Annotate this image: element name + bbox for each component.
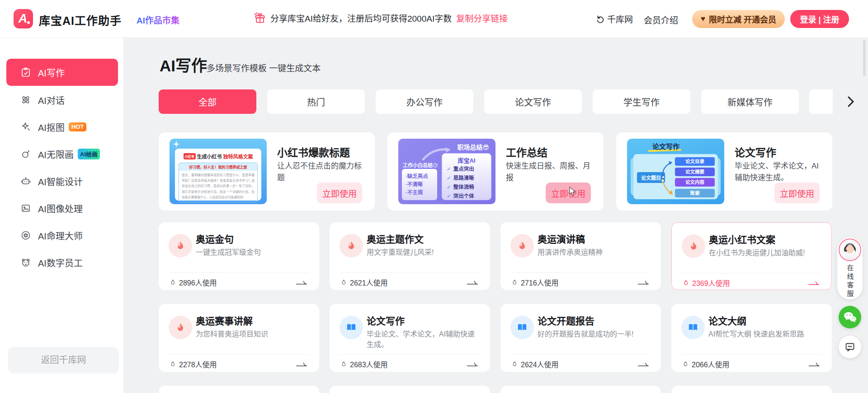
open-membership-button[interactable]: ♥ 限时立减 开通会员 (692, 10, 785, 28)
sidebar-label: AI抠图 (38, 121, 65, 134)
promo-text: 分享库宝AI给好友，注册后均可获得2000AI字数 (270, 12, 452, 24)
card-title: 奥运赛事讲解 (196, 313, 253, 327)
usage-count: 2624人使用 (521, 359, 559, 370)
atom-icon (20, 94, 31, 105)
template-card-thesis-proposal[interactable]: 论文开题报告 好的开题报告就是成功的一半! 2624人使用 (500, 304, 661, 372)
divider (170, 272, 308, 273)
template-card-olympic-speech[interactable]: 奥运演讲稿 用演讲传承奥运精神 2716人使用 (500, 222, 661, 290)
usage-count: 2683人使用 (350, 359, 388, 370)
thesis-node: 论文内容 (675, 178, 715, 187)
right-item: 重点突出 (453, 166, 474, 172)
featured-desc: 让人忍不住点击的魔力标题 (277, 160, 368, 184)
sidebar: AI写作 AI对话 AI抠图 HOT AI无限画 AI绘画 (0, 38, 124, 393)
paint-icon (20, 149, 31, 159)
orange-curve-arrow-icon (660, 179, 673, 197)
sidebar-item-ai-chat[interactable]: AI对话 (6, 86, 118, 113)
flame-icon (169, 234, 192, 257)
copy-share-link[interactable]: 复制分享链接 (456, 12, 508, 24)
template-card-olympic-essay[interactable]: 奥运主题作文 用文字重现健儿风采! 2621人使用 (330, 222, 490, 290)
tab-student[interactable]: 学生写作 (593, 89, 690, 114)
thumb-left-box: ·缺乏亮点 ·不清晰 ·不主观 (402, 169, 437, 200)
sidebar-item-ai-writing[interactable]: AI写作 (6, 59, 118, 86)
market-link[interactable]: AI作品市集 (137, 14, 179, 26)
sidebar-item-ai-image-processing[interactable]: AI图像处理 (6, 195, 118, 222)
usage-flame-icon (682, 361, 689, 368)
usage-flame-icon (340, 361, 347, 368)
thesis-node: 致谢 (675, 189, 715, 197)
use-now-label: 立即使用 (551, 187, 585, 199)
arrow-icon (808, 361, 821, 367)
tab-office[interactable]: 办公写作 (376, 89, 473, 114)
login-register-button[interactable]: 登录 | 注册 (790, 10, 849, 28)
page-subtitle: 多场景写作模板 一键生成文本 (207, 61, 321, 74)
featured-card-work-summary[interactable]: 职场总结😎 工作小白总结😥 ·缺乏亮点 ·不清晰 ·不主观 库宝AI ✓重点突出… (387, 132, 604, 211)
usage-flame-icon (511, 279, 518, 286)
left-item: ·缺乏亮点 (406, 172, 434, 180)
card-desc: 为您科普奥运项目知识 (196, 329, 310, 339)
online-service-label: 在线客服 (845, 264, 855, 299)
divider (340, 354, 479, 355)
nav-qianku-site[interactable]: 千库网 (596, 13, 633, 25)
sidebar-item-ai-digital-employee[interactable]: AI数字员工 (6, 249, 118, 276)
template-card-thesis-outline[interactable]: 论文大纲 AI帮忙写大纲 快速启发新思路 2066人使用 (671, 304, 832, 372)
tab-new-media[interactable]: 新媒体写作 (701, 89, 799, 114)
template-card-olympic-quotes[interactable]: 奥运金句 一键生成冠军级金句 2896人使用 (159, 222, 319, 290)
thumb-right-box: 库宝AI ✓重点突出 ✓思路清晰 ✓整体流畅 ✓突出个体 (442, 153, 491, 200)
usage-flame-icon (170, 361, 176, 368)
feedback-message-button[interactable] (839, 336, 861, 358)
wechat-button[interactable] (839, 306, 861, 328)
template-card-olympic-commentary[interactable]: 奥运赛事讲解 为您科普奥运项目知识 2278人使用 (159, 304, 319, 372)
template-card-thesis-writing[interactable]: 论文写作 毕业论文、学术论文，AI辅助快速生成。 2683人使用 (330, 304, 490, 372)
sidebar-item-ai-fortune-master[interactable]: AI命理大师 (6, 222, 118, 249)
usage-count: 2278人使用 (179, 359, 217, 370)
divider (511, 272, 650, 273)
sidebar-label: AI智能设计 (38, 175, 83, 188)
arrow-icon (637, 280, 650, 285)
template-card-partial[interactable] (159, 386, 319, 393)
right-item: 思路清晰 (453, 175, 474, 181)
featured-card-thesis-writing[interactable]: 论文写作 论文题目 论文目录 论文摘要 论文内容 致谢 论文写作 毕业论文、学术… (616, 132, 832, 211)
tab-partial[interactable] (809, 89, 833, 114)
back-to-qianku-button[interactable]: 返回千库网 (8, 347, 119, 374)
sidebar-label: AI命理大师 (38, 229, 83, 242)
thumb-heading-accent: 独特风格文案 (223, 153, 253, 160)
scrollbar-thumb[interactable] (863, 40, 866, 76)
arrow-icon (296, 361, 308, 367)
tab-all[interactable]: 全部 (159, 89, 256, 114)
thumb-heading: 生成小红书 (197, 153, 222, 160)
card-title: 奥运小红书文案 (709, 232, 775, 246)
template-card-partial[interactable] (671, 386, 832, 393)
online-service-widget[interactable]: 在线客服 (837, 237, 863, 299)
nav-member-intro[interactable]: 会员介绍 (644, 14, 678, 26)
top-header: A 库宝AI工作助手 AI作品市集 分享库宝AI给好友，注册后均可获得2000A… (0, 0, 868, 38)
arrow-icon (296, 280, 308, 285)
sidebar-item-ai-unlimited-draw[interactable]: AI无限画 AI绘画 (6, 140, 118, 168)
featured-card-xiaohongshu-title[interactable]: 小红书 生成小红书 独特风格文案 好习惯，好人生！我的习惯养成之旅 首先，要明确… (159, 132, 375, 211)
template-card-olympic-xiaohongshu[interactable]: 奥运小红书文案 在小红书为奥运健儿加油助威! 2369人使用 (671, 222, 832, 290)
tab-hot[interactable]: 热门 (267, 89, 365, 114)
card-desc: 用文字重现健儿风采! (367, 247, 481, 257)
template-card-partial[interactable] (330, 386, 490, 393)
template-card-partial[interactable] (500, 386, 661, 393)
usage-count: 2066人使用 (692, 359, 730, 370)
arrow-icon (467, 361, 479, 367)
sidebar-item-ai-cutout[interactable]: AI抠图 HOT (6, 113, 118, 140)
sidebar-label: AI数字员工 (38, 256, 83, 269)
book-icon (681, 316, 705, 339)
use-now-button[interactable]: 立即使用 (774, 182, 820, 203)
use-now-button-hovered[interactable]: 立即使用 (546, 182, 591, 203)
card-desc: 好的开题报告就是成功的一半! (538, 329, 651, 339)
check-icon: ✓ (447, 166, 451, 172)
usage-flame-icon (170, 279, 176, 286)
app-logo[interactable]: A (14, 9, 33, 28)
promo-banner: 分享库宝AI给好友，注册后均可获得2000AI字数 复制分享链接 (254, 12, 508, 24)
tab-thesis[interactable]: 论文写作 (484, 89, 582, 114)
sidebar-item-ai-smart-design[interactable]: AI智能设计 (6, 168, 118, 195)
thumb-left-label: 工作小白总结😥 (403, 161, 438, 168)
right-box-title: 库宝AI (442, 156, 491, 164)
app-title: 库宝AI工作助手 (39, 12, 122, 28)
tabs-next-chevron-icon[interactable] (846, 96, 855, 108)
use-now-button[interactable]: 立即使用 (317, 182, 362, 203)
divider (511, 354, 650, 355)
featured-title: 工作总结 (506, 144, 547, 159)
